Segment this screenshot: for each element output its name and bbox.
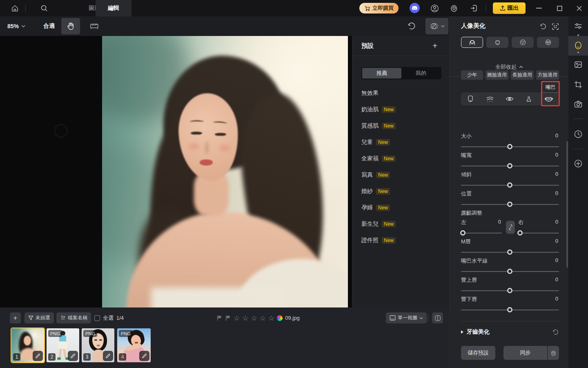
pencil-icon[interactable] (103, 351, 113, 361)
thumbnail-3[interactable]: PNG 3 (82, 328, 114, 362)
discord-icon[interactable] (410, 3, 420, 13)
select-all-checkbox[interactable] (94, 315, 100, 321)
nose-icon[interactable] (525, 95, 533, 103)
chip-round-face[interactable]: 圓臉適用 (486, 70, 508, 80)
star-icon[interactable]: ☆ (260, 314, 266, 322)
exit-icon[interactable] (468, 0, 479, 16)
slider-thumb[interactable] (517, 230, 523, 236)
pencil-icon[interactable] (68, 351, 78, 361)
thumbnail-4[interactable]: PNG 4 (117, 328, 151, 362)
maximize-icon[interactable] (550, 0, 568, 16)
select-all-control[interactable]: 全選 1/4 (94, 312, 124, 323)
slider-thumb[interactable] (507, 144, 512, 149)
chip-long-face[interactable]: 長臉適用 (511, 70, 534, 80)
filter-button[interactable]: 未篩選 (24, 312, 54, 323)
mouth-icon[interactable] (544, 95, 554, 103)
slider-track[interactable] (461, 252, 559, 253)
buy-now-button[interactable]: 立即購買 (359, 3, 399, 13)
slider-track[interactable] (461, 310, 559, 310)
face-type-tab-female[interactable] (461, 37, 483, 48)
collapse-all-button[interactable]: 全部收起 (450, 63, 569, 71)
slider-thumb[interactable] (507, 163, 512, 168)
chip-youth[interactable]: 少年 (461, 70, 483, 80)
face-type-tab-child[interactable] (512, 37, 534, 48)
sync-button[interactable]: 同步 (503, 346, 548, 360)
sync-settings-button[interactable] (548, 346, 559, 360)
slider-thumb[interactable] (507, 182, 512, 188)
slider-thumb[interactable] (507, 269, 512, 274)
photo-icon[interactable] (568, 55, 588, 74)
search-icon[interactable] (38, 0, 51, 16)
crop-icon[interactable] (568, 75, 588, 94)
gear-icon[interactable] (448, 0, 460, 16)
link-button[interactable] (506, 221, 515, 234)
sort-button[interactable]: 檔案名稱 (56, 312, 91, 323)
preset-item[interactable]: 婚紗 New (361, 183, 441, 200)
preset-item[interactable]: 全家福 New (361, 150, 441, 167)
preset-item[interactable]: 質感肌 New (361, 118, 441, 134)
reset-icon[interactable] (539, 22, 548, 31)
hand-tool-button[interactable] (61, 18, 80, 34)
save-preset-button[interactable]: 儲存預設 (461, 346, 495, 360)
preset-item[interactable]: 寫真 New (361, 167, 441, 183)
color-wheel-icon[interactable] (277, 315, 283, 321)
slider-thumb[interactable] (507, 307, 512, 312)
split-view-button[interactable] (432, 312, 443, 323)
export-button[interactable]: 匯出 (493, 2, 526, 14)
eyebrow-icon[interactable] (486, 95, 494, 103)
close-icon[interactable] (570, 0, 588, 16)
slider-thumb[interactable] (507, 249, 512, 255)
face-contour-icon[interactable] (466, 95, 474, 103)
face-scan-icon[interactable] (551, 22, 560, 31)
pencil-icon[interactable] (33, 351, 43, 361)
slider-thumb[interactable] (460, 230, 466, 236)
flag-reject-icon[interactable] (225, 315, 231, 321)
tab-recommended[interactable]: 推薦 (362, 68, 401, 79)
slider-track[interactable] (461, 271, 559, 272)
adjust-icon[interactable] (568, 16, 588, 36)
preset-item[interactable]: 兒童 New (361, 134, 441, 150)
slider-thumb[interactable] (507, 202, 512, 207)
flag-pick-icon[interactable] (216, 315, 223, 321)
panel-scrollbar[interactable] (566, 141, 568, 268)
slider-track[interactable] (461, 233, 502, 233)
slider-track[interactable] (461, 204, 559, 205)
camera-icon[interactable] (568, 94, 588, 114)
slider-track[interactable] (518, 233, 559, 233)
ruler-tool-button[interactable] (85, 18, 104, 34)
chip-square-face[interactable]: 方臉適用 (536, 70, 559, 80)
eye-icon[interactable] (505, 95, 514, 103)
home-icon[interactable] (9, 0, 20, 16)
slider-track[interactable] (461, 166, 559, 166)
fit-button[interactable]: 合適 (43, 16, 55, 36)
star-icon[interactable]: ☆ (234, 314, 240, 322)
account-icon[interactable] (429, 0, 440, 16)
add-circle-icon[interactable] (568, 154, 588, 173)
thumbnail-2[interactable]: PNG 2 (47, 328, 79, 362)
preset-item[interactable]: 新生兒 New (361, 216, 441, 232)
preset-item[interactable]: 證件照 New (361, 232, 441, 249)
pencil-icon[interactable] (139, 351, 149, 361)
star-icon[interactable]: ☆ (251, 314, 257, 322)
reset-icon[interactable] (552, 329, 559, 336)
preset-item[interactable]: 無效果 (361, 85, 441, 101)
view-mode-dropdown[interactable]: 單一視圖 (386, 312, 427, 323)
slider-track[interactable] (461, 185, 559, 186)
tab-edit[interactable]: 編輯 (96, 0, 131, 16)
thumbnail-1[interactable]: 1 (11, 328, 44, 362)
compare-button[interactable] (425, 18, 448, 34)
star-icon[interactable]: ☆ (268, 314, 274, 322)
face-type-tab-glasses[interactable] (537, 37, 559, 48)
zoom-level-dropdown[interactable]: 85% (7, 16, 25, 36)
photo-canvas[interactable] (0, 36, 352, 307)
slider-track[interactable] (461, 290, 559, 291)
slider-thumb[interactable] (507, 288, 512, 293)
undo-button[interactable] (403, 18, 420, 34)
face-type-tab-male[interactable] (486, 37, 508, 48)
preset-item[interactable]: 奶油肌 New (361, 101, 441, 118)
tab-mine[interactable]: 我的 (401, 68, 441, 79)
add-photo-button[interactable]: + (10, 312, 21, 323)
teeth-beautify-section[interactable]: 牙齒美化 (461, 326, 559, 338)
history-icon[interactable] (568, 124, 588, 144)
minimize-icon[interactable] (530, 0, 548, 16)
